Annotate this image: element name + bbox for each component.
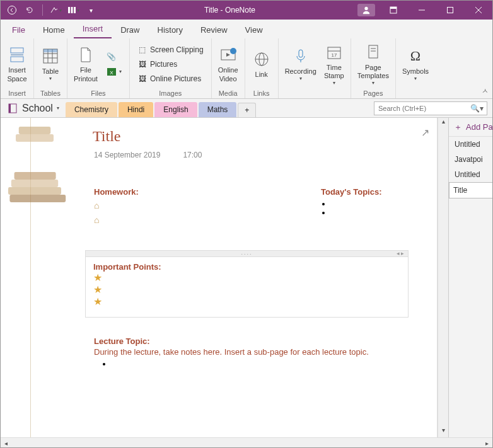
section-tab-chemistry[interactable]: Chemistry: [66, 102, 117, 117]
homework-heading[interactable]: Homework:: [94, 187, 139, 197]
svg-text:X: X: [110, 70, 113, 76]
add-section-button[interactable]: +: [238, 103, 256, 117]
pictures-button[interactable]: 🖼Pictures: [135, 57, 206, 71]
insert-space-button[interactable]: InsertSpace: [3, 43, 31, 84]
svg-rect-19: [44, 49, 57, 52]
svg-rect-38: [14, 172, 56, 180]
table-icon: [40, 46, 61, 66]
page-date[interactable]: 14 September 2019: [94, 151, 160, 159]
recording-button[interactable]: Recording▾: [281, 45, 320, 83]
svg-rect-39: [9, 195, 66, 202]
spreadsheet-button[interactable]: X▾: [104, 65, 124, 79]
scroll-right-button[interactable]: ▸: [482, 440, 492, 447]
close-button[interactable]: [464, 1, 492, 20]
menu-draw[interactable]: Draw: [112, 21, 148, 38]
screen-clipping-button[interactable]: ⬚Screen Clipping: [135, 43, 206, 57]
svg-rect-6: [390, 7, 397, 9]
time-stamp-icon: 17: [324, 42, 344, 62]
page-list-item-selected[interactable]: Title: [449, 182, 492, 198]
symbols-icon: Ω: [405, 46, 426, 66]
menu-review[interactable]: Review: [192, 21, 236, 38]
menu-view[interactable]: View: [236, 21, 272, 38]
topics-list[interactable]: [331, 199, 382, 217]
plus-icon: ＋: [454, 122, 462, 133]
house-icon: ⌂: [94, 215, 139, 226]
menu-insert[interactable]: Insert: [74, 20, 112, 38]
svg-rect-35: [9, 104, 11, 113]
note-container[interactable]: ···· Important Points: ★ ★ ★: [85, 250, 409, 318]
horizontal-scrollbar[interactable]: ◂ ▸: [1, 437, 492, 448]
file-printout-button[interactable]: FilePrintout: [70, 43, 102, 84]
section-tab-hindi[interactable]: Hindi: [119, 102, 153, 117]
svg-rect-12: [11, 57, 23, 62]
scroll-down-button[interactable]: ▾: [438, 427, 448, 437]
title-bar: ▾ ▾ ▾ Title - OneNote: [1, 1, 492, 20]
svg-rect-1: [68, 7, 70, 13]
time-stamp-button[interactable]: 17 TimeStamp▾: [320, 41, 348, 88]
group-insert-label: Insert: [1, 89, 33, 98]
window-title: Title - OneNote: [102, 6, 357, 14]
page-list-item[interactable]: Untitled: [449, 167, 492, 182]
svg-rect-36: [8, 187, 61, 195]
page-list-item[interactable]: Javatpoi: [449, 152, 492, 167]
notebook-name: School: [22, 103, 53, 114]
paperclip-icon: 📎: [107, 52, 117, 62]
group-pages-label: Pages: [351, 89, 395, 98]
collapse-ribbon-button[interactable]: ㅅ: [482, 86, 489, 96]
microphone-icon: [291, 46, 311, 66]
undo-button[interactable]: [22, 3, 37, 18]
attach-file-button[interactable]: 📎: [104, 50, 124, 64]
symbols-button[interactable]: Ω Symbols▾: [398, 45, 432, 83]
page-templates-icon: [363, 42, 383, 62]
section-tab-maths[interactable]: Maths: [199, 102, 237, 117]
picture-icon: 🖼: [137, 59, 148, 69]
section-tab-english[interactable]: English: [154, 102, 197, 117]
todays-topics-heading[interactable]: Today's Topics:: [321, 187, 382, 197]
minimize-button[interactable]: [407, 1, 436, 20]
customize-qat-button[interactable]: ▾: [83, 3, 98, 18]
scroll-up-button[interactable]: ▴: [438, 118, 448, 129]
ribbon-options-button[interactable]: [379, 1, 407, 20]
online-pictures-button[interactable]: 🖼Online Pictures: [135, 72, 206, 86]
lecture-list[interactable]: [112, 359, 409, 368]
important-points-heading[interactable]: Important Points:: [93, 262, 400, 272]
svg-rect-40: [16, 134, 54, 142]
add-page-button[interactable]: ＋ Add Pa: [449, 118, 492, 137]
container-handle[interactable]: ····: [86, 251, 408, 257]
menu-home[interactable]: Home: [34, 21, 74, 38]
online-video-icon: [218, 45, 238, 65]
menu-history[interactable]: History: [149, 21, 192, 38]
dock-button[interactable]: ▾: [66, 3, 81, 18]
full-page-view-button[interactable]: ↗: [421, 127, 429, 139]
notebook-dropdown[interactable]: School ▾: [1, 100, 66, 117]
scroll-left-button[interactable]: ◂: [1, 440, 11, 447]
back-button[interactable]: [4, 3, 20, 18]
star-icon: ★: [93, 272, 400, 284]
svg-rect-41: [19, 127, 50, 134]
menu-file[interactable]: File: [3, 21, 34, 38]
lecture-topic-heading[interactable]: Lecture Topic:: [94, 336, 409, 346]
lecture-body-text[interactable]: During the lecture, take notes here. Ins…: [94, 347, 409, 357]
online-video-button[interactable]: OnlineVideo: [214, 43, 242, 84]
house-icon: ⌂: [94, 200, 139, 211]
page-list-item[interactable]: Untitled: [449, 137, 492, 152]
table-button[interactable]: Table▾: [37, 45, 64, 83]
account-button[interactable]: [357, 4, 375, 16]
page-canvas[interactable]: ↗ Title 14 September 2019 17:00 Homework…: [1, 118, 438, 437]
maximize-button[interactable]: [436, 1, 464, 20]
file-printout-icon: [76, 45, 96, 65]
svg-point-0: [8, 6, 16, 14]
svg-rect-8: [447, 8, 453, 13]
link-button[interactable]: Link: [248, 48, 276, 80]
page-time[interactable]: 17:00: [183, 151, 202, 159]
touch-mode-button[interactable]: ▾: [48, 3, 63, 18]
svg-rect-11: [11, 48, 23, 53]
link-icon: [252, 49, 272, 69]
page-title[interactable]: Title: [93, 128, 120, 145]
search-icon[interactable]: 🔍▾: [470, 104, 484, 113]
group-images-label: Images: [130, 89, 211, 98]
page-templates-button[interactable]: PageTemplates▾: [354, 41, 393, 88]
vertical-scrollbar[interactable]: ▴ ▾: [438, 118, 448, 437]
group-tables-label: Tables: [34, 89, 67, 98]
star-icon: ★: [93, 284, 400, 296]
